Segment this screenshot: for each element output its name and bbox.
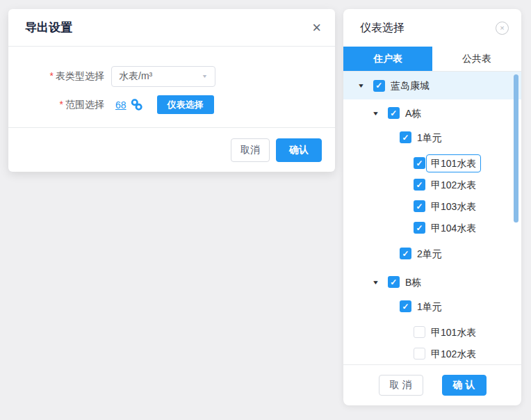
confirm-button[interactable]: 确认	[276, 138, 322, 162]
tree-node-label[interactable]: A栋	[405, 108, 421, 118]
tree-node[interactable]: ▼✓B栋	[343, 271, 521, 293]
tree-node-label[interactable]: B栋	[405, 277, 421, 287]
required-mark: *	[50, 70, 54, 81]
checkbox-checked[interactable]: ✓	[414, 157, 425, 169]
meter-type-label: *表类型选择	[8, 70, 104, 83]
meter-type-select[interactable]: 水表/m³ ▼	[111, 66, 215, 87]
export-dialog-footer: 取消 确认	[8, 127, 335, 172]
tab-resident-meters[interactable]: 住户表	[343, 47, 432, 71]
checkbox-checked[interactable]: ✓	[414, 179, 425, 191]
link-icon[interactable]	[130, 98, 143, 111]
checkbox-checked[interactable]: ✓	[373, 80, 385, 92]
checkbox-checked[interactable]: ✓	[388, 276, 400, 288]
tree-node[interactable]: 甲102水表	[343, 343, 521, 364]
meter-tree-container: ▼✓蓝岛康城▼✓A栋✓1单元✓甲101水表✓甲102水表✓甲103水表✓甲104…	[343, 72, 521, 364]
export-dialog-body: *表类型选择 水表/m³ ▼ *范围选择 68 仪表选择	[8, 47, 335, 127]
meter-panel-footer: 取 消 确 认	[343, 364, 521, 405]
checkbox-checked[interactable]: ✓	[388, 107, 400, 119]
scrollbar-thumb[interactable]	[514, 74, 518, 223]
chevron-down-icon: ▼	[202, 74, 208, 79]
cancel-button[interactable]: 取消	[231, 138, 270, 162]
circle-close-icon[interactable]: ×	[496, 22, 509, 35]
export-dialog-title: 导出设置	[25, 19, 312, 35]
checkbox-unchecked[interactable]	[414, 326, 425, 338]
tree-node[interactable]: ✓甲104水表	[343, 217, 521, 239]
tree-node-label[interactable]: 甲102水表	[431, 349, 476, 359]
tree-node-label[interactable]: 甲102水表	[431, 180, 476, 190]
tree-node-label[interactable]: 甲101水表	[426, 154, 481, 172]
tree-node[interactable]: ✓甲103水表	[343, 195, 521, 217]
meter-type-select-value: 水表/m³	[119, 70, 202, 83]
tree-node-label[interactable]: 1单元	[417, 133, 442, 143]
checkbox-checked[interactable]: ✓	[414, 222, 425, 234]
export-settings-dialog: 导出设置 × *表类型选择 水表/m³ ▼ *范围选择 68 仪表选择 取消 确…	[8, 9, 335, 172]
range-select-label: *范围选择	[8, 99, 104, 111]
tree-node[interactable]: ▼✓A栋	[343, 102, 521, 124]
close-icon[interactable]: ×	[312, 20, 321, 35]
tree-node[interactable]: ✓2单元	[343, 243, 521, 264]
range-select-row: *范围选择 68 仪表选择	[8, 95, 214, 114]
checkbox-checked[interactable]: ✓	[414, 200, 425, 212]
tree-node[interactable]: ▼✓蓝岛康城	[343, 72, 521, 99]
tree-node-label[interactable]: 1单元	[417, 302, 442, 312]
tree-node-label[interactable]: 甲104水表	[431, 223, 476, 233]
export-dialog-header: 导出设置 ×	[8, 9, 335, 47]
tree-node-label[interactable]: 蓝岛康城	[391, 81, 430, 90]
selected-count-link[interactable]: 68	[115, 99, 126, 111]
meter-panel-title: 仪表选择	[360, 21, 496, 35]
meter-panel-header: 仪表选择 ×	[343, 9, 521, 47]
tree-node[interactable]: ✓1单元	[343, 127, 521, 148]
checkbox-checked[interactable]: ✓	[400, 248, 411, 259]
open-meter-select-button[interactable]: 仪表选择	[157, 95, 214, 114]
meter-tabs: 住户表 公共表	[343, 47, 521, 72]
caret-down-icon[interactable]: ▼	[357, 83, 365, 89]
tree-node[interactable]: ✓1单元	[343, 296, 521, 317]
meter-select-panel: 仪表选择 × 住户表 公共表 ▼✓蓝岛康城▼✓A栋✓1单元✓甲101水表✓甲10…	[343, 9, 521, 405]
tree-cancel-button[interactable]: 取 消	[379, 375, 423, 396]
tree-confirm-button[interactable]: 确 认	[442, 375, 487, 396]
tree-node[interactable]: ✓甲101水表	[343, 152, 521, 174]
tree-node[interactable]: 甲101水表	[343, 321, 521, 343]
caret-down-icon[interactable]: ▼	[372, 110, 379, 116]
required-mark: *	[60, 99, 63, 110]
tree-node[interactable]: ✓甲102水表	[343, 174, 521, 195]
range-select-label-text: 范围选择	[65, 99, 104, 110]
tree-node-label[interactable]: 甲103水表	[431, 202, 476, 211]
checkbox-checked[interactable]: ✓	[400, 300, 411, 312]
tree-node-label[interactable]: 甲101水表	[431, 328, 476, 337]
checkbox-unchecked[interactable]	[414, 348, 425, 360]
tab-public-meters[interactable]: 公共表	[432, 47, 521, 71]
caret-down-icon[interactable]: ▼	[372, 279, 379, 285]
meter-type-label-text: 表类型选择	[56, 70, 104, 81]
meter-type-row: *表类型选择 水表/m³ ▼	[8, 66, 215, 87]
tree-node-label[interactable]: 2单元	[417, 249, 442, 259]
meter-tree: ▼✓蓝岛康城▼✓A栋✓1单元✓甲101水表✓甲102水表✓甲103水表✓甲104…	[343, 72, 521, 364]
checkbox-checked[interactable]: ✓	[400, 131, 411, 143]
